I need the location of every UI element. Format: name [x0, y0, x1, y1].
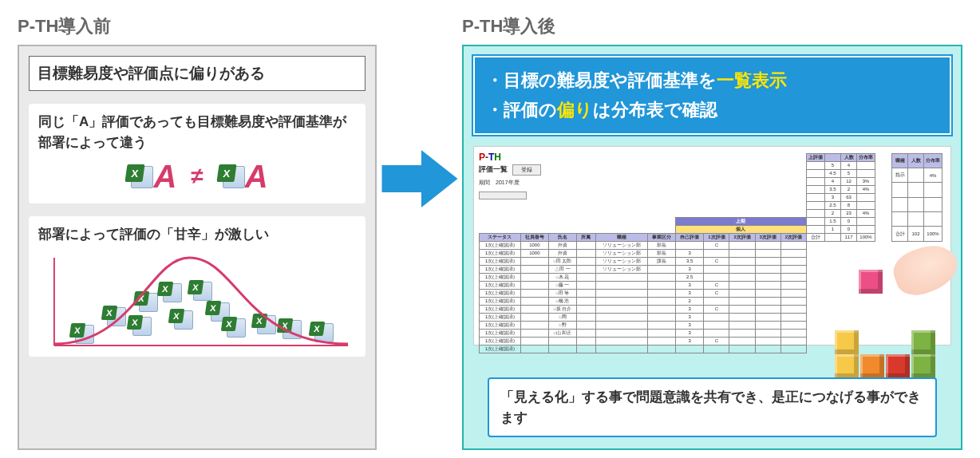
arrow-icon	[381, 148, 458, 209]
bell-curve-illustration: XXXXXXXXXXXX	[38, 250, 356, 353]
hero-line2-post: は分布表で確認	[593, 100, 717, 120]
hero-line1-pre: ・目標の難易度や評価基準を	[486, 70, 717, 90]
after-bottom-note: 「見える化」する事で問題意識を共有でき、是正につなげる事ができます	[488, 377, 937, 437]
cube-icon	[911, 330, 935, 354]
before-heading: 目標難易度や評価点に偏りがある	[29, 56, 366, 91]
after-hero: ・目標の難易度や評価基準を一覧表示 ・評価の偏りは分布表で確認	[473, 56, 951, 135]
before-box-1: 同じ「A」評価であっても目標難易度や評価基準が部署によって違う X A ≠ X …	[29, 104, 366, 203]
grade-A-right: A	[245, 160, 268, 192]
cube-icon	[859, 270, 883, 294]
A-neq-A-illustration: X A ≠ X A	[38, 160, 356, 192]
before-box-2: 部署によって評価の「甘辛」が激しい XXXXXXXXXXXX	[29, 216, 366, 357]
ss-title: 評価一覧	[479, 164, 508, 175]
cube-icon	[911, 354, 935, 378]
cube-icon	[835, 330, 859, 354]
before-box-1-text: 同じ「A」評価であっても目標難易度や評価基準が部署によって違う	[38, 112, 356, 152]
building-blocks-image	[825, 252, 953, 380]
after-panel: ・目標の難易度や評価基準を一覧表示 ・評価の偏りは分布表で確認 P-TH 評価一…	[462, 45, 962, 450]
ss-register-button: 登録	[512, 164, 541, 176]
before-title: P-TH導入前	[18, 14, 377, 38]
ss-summary-table-2: 職種人数分布率指示4%合計102100%	[891, 153, 942, 242]
cube-icon	[886, 354, 910, 378]
cube-icon	[860, 354, 884, 378]
ss-main-table: 上期個人ステータス社員番号氏名所属職種事業区分自己評価1次評価2次評価3次評価2…	[479, 217, 807, 353]
ss-summary-table-1: 上評価人数分布率544.554123%3.524%3632.582234%1.5…	[806, 153, 875, 242]
before-panel: 目標難易度や評価点に偏りがある 同じ「A」評価であっても目標難易度や評価基準が部…	[18, 45, 377, 450]
hero-line1-highlight: 一覧表示	[717, 70, 787, 90]
hero-line2-pre: ・評価の	[486, 100, 557, 120]
after-title: P-TH導入後	[462, 14, 962, 38]
not-equal-sign: ≠	[191, 164, 203, 189]
pth-logo: P-TH	[479, 152, 501, 163]
grade-A-left: A	[153, 160, 176, 192]
excel-icon: X A	[126, 160, 176, 192]
ss-small-button	[479, 191, 527, 199]
cube-icon	[835, 354, 859, 378]
excel-icon: X A	[218, 160, 268, 192]
before-box-2-text: 部署によって評価の「甘辛」が激しい	[38, 224, 356, 245]
hero-line2-highlight: 偏り	[557, 100, 593, 120]
